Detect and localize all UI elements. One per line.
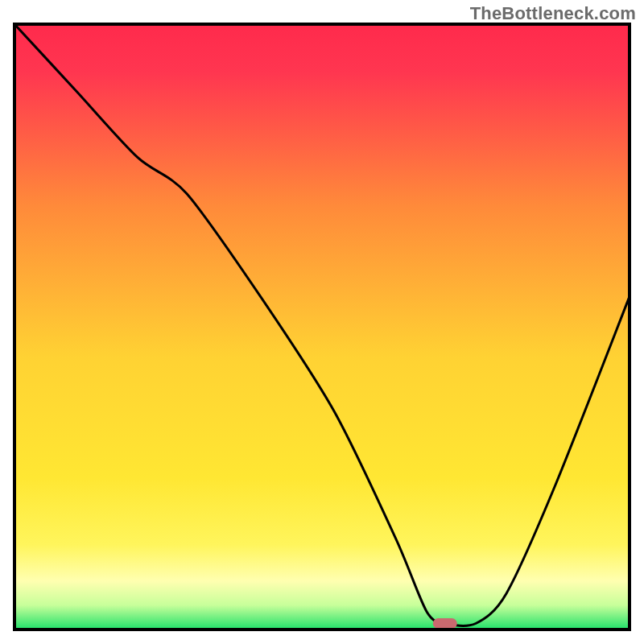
bottleneck-chart: [0, 0, 644, 644]
watermark-text: TheBottleneck.com: [470, 3, 636, 24]
gradient-background: [14, 24, 630, 630]
optimal-marker: [433, 618, 457, 629]
chart-container: TheBottleneck.com: [0, 0, 644, 644]
